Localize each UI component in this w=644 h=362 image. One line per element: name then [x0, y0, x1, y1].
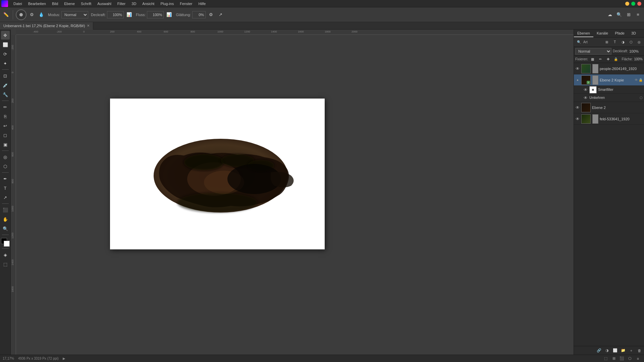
tool-sep-5 [2, 203, 9, 204]
tab-pfade[interactable]: Pfade [611, 29, 628, 37]
shape-tool[interactable]: ⬛ [1, 205, 10, 214]
modus-select[interactable]: Normal [61, 11, 88, 18]
layer-kind-icon[interactable]: ⊞ [603, 39, 610, 46]
fluss-input[interactable] [147, 11, 164, 18]
search-icon[interactable]: 🔍 [615, 11, 623, 19]
lock-all-icon[interactable]: 🔒 [613, 56, 619, 63]
brush-tool-icon[interactable]: ✏️ [2, 11, 10, 19]
brush-settings-icon[interactable]: ⚙ [28, 11, 36, 19]
history-brush-tool[interactable]: ↩ [1, 121, 10, 130]
pressure-flow-icon[interactable]: 📊 [165, 11, 173, 19]
tab-3d[interactable]: 3D [628, 29, 639, 37]
status-icon-1[interactable]: ⬚ [602, 356, 609, 362]
layer-text-icon[interactable]: T [611, 39, 619, 46]
arrange-icon[interactable]: ⊞ [625, 11, 633, 19]
menu-ebene[interactable]: Ebene [61, 1, 77, 6]
tab-ebenen[interactable]: Ebenen [574, 29, 593, 37]
menu-filter[interactable]: Filter [115, 1, 128, 6]
menu-schrift[interactable]: Schrift [78, 1, 94, 6]
crop-tool[interactable]: ⊡ [1, 71, 10, 80]
add-adjustment-icon[interactable]: ◑ [604, 348, 610, 354]
layer-smart-icon[interactable]: ⬡ [627, 39, 635, 46]
add-layer-icon[interactable]: + [628, 348, 635, 354]
layer-filter-toggle[interactable]: ◎ [635, 39, 643, 46]
deckraft-input[interactable] [107, 11, 124, 18]
blend-mode-select[interactable]: Normal [575, 48, 611, 55]
menu-auswahl[interactable]: Auswahl [95, 1, 114, 6]
layer-row-sublayer[interactable]: 👁 Umkehren ⬡ [574, 94, 644, 102]
layer-visibility-icon[interactable]: 👁 [575, 117, 580, 121]
sublayer-visibility-icon[interactable]: 👁 [583, 96, 588, 100]
selection-tool[interactable]: ⬜ [1, 40, 10, 49]
window-minimize[interactable] [625, 2, 629, 6]
tab-close-icon[interactable]: ✕ [87, 24, 90, 27]
link-layers-icon[interactable]: 🔗 [596, 348, 602, 354]
layer-row[interactable]: 👁 feld-533641_1920 [574, 113, 644, 125]
airbrush-icon[interactable]: 💧 [37, 11, 45, 19]
menu-fenster[interactable]: Fenster [177, 1, 195, 6]
right-panel: Ebenen Kanäle Pfade 3D 🔍 Art ⊞ T ◑ ⬡ ◎ N… [574, 29, 644, 355]
add-mask-icon[interactable]: ⬜ [612, 348, 619, 354]
path-select-tool[interactable]: ↗ [1, 193, 10, 202]
layer-row[interactable]: ● S Ebene 2 Kopie 👁 🔒 [574, 74, 644, 86]
delete-layer-icon[interactable]: 🗑 [636, 348, 643, 354]
window-maximize[interactable] [631, 2, 635, 6]
glaettung-input[interactable] [192, 11, 206, 18]
eraser-tool[interactable]: ◻ [1, 131, 10, 139]
more-icon[interactable]: ≡ [634, 11, 642, 19]
fluss-label: Fluss: [136, 13, 146, 17]
pressure-opacity-icon[interactable]: 📊 [125, 11, 133, 19]
move-tool[interactable]: ✥ [1, 31, 10, 40]
magic-wand-tool[interactable]: ✦ [1, 59, 10, 68]
lock-transparent-icon[interactable]: ▩ [589, 56, 596, 63]
menu-plugins[interactable]: Plug-ins [158, 1, 176, 6]
layer-row[interactable]: 👁 people-2604149_1920 [574, 63, 644, 74]
menu-bearbeiten[interactable]: Bearbeiten [25, 1, 49, 6]
menu-3d[interactable]: 3D [129, 1, 139, 6]
brush-preset-icon[interactable] [16, 9, 26, 20]
quick-mask-tool[interactable]: ◈ [1, 250, 10, 259]
pen-tool[interactable]: ✒ [1, 174, 10, 183]
filter-layers-icon[interactable]: 🔍 [575, 39, 583, 46]
document-tab[interactable]: Unbenannt-1 bei 17,2% (Ebene 2 Kopie, RG… [0, 22, 93, 29]
lock-paint-icon[interactable]: ✏ [597, 56, 603, 63]
brush-tool[interactable]: ✏ [1, 103, 10, 111]
layer-visibility-icon[interactable]: 👁 [575, 105, 580, 110]
eyedropper-tool[interactable]: 💉 [1, 81, 10, 89]
hand-tool[interactable]: ✋ [1, 215, 10, 224]
sublayer-visibility-icon[interactable]: 👁 [583, 87, 588, 92]
layer-visibility-icon[interactable]: 👁 [575, 66, 580, 71]
dodge-tool[interactable]: ⬡ [1, 162, 10, 171]
layer-row-sublayer[interactable]: 👁 ▣ Smartfilter [574, 86, 644, 94]
menu-hilfe[interactable]: Hilfe [196, 1, 208, 6]
lock-move-icon[interactable]: ✥ [605, 56, 611, 63]
screen-mode-tool[interactable]: ⬚ [1, 260, 10, 268]
tab-kanaele[interactable]: Kanäle [593, 29, 611, 37]
status-icon-5[interactable]: ≡ [635, 356, 641, 362]
layer-eye-icon: 👁 [635, 78, 638, 82]
layer-row[interactable]: 👁 Ebene 2 [574, 102, 644, 113]
angle-icon[interactable]: ↗ [216, 11, 224, 19]
status-icon-2[interactable]: ⊞ [610, 356, 617, 362]
gradient-tool[interactable]: ▣ [1, 140, 10, 149]
window-close[interactable] [637, 2, 641, 6]
layer-adjust-icon[interactable]: ◑ [619, 39, 627, 46]
color-swatches[interactable] [1, 238, 10, 247]
layer-visibility-icon[interactable]: ● [575, 78, 580, 82]
cloud-icon[interactable]: ☁ [606, 11, 614, 19]
menu-datei[interactable]: Datei [11, 1, 25, 6]
clone-tool[interactable]: ⎘ [1, 112, 10, 121]
status-icon-3[interactable]: ⬛ [619, 356, 625, 362]
text-tool[interactable]: T [1, 184, 10, 192]
spot-heal-tool[interactable]: 🔧 [1, 90, 10, 99]
layers-toolbar: 🔍 Art ⊞ T ◑ ⬡ ◎ [574, 38, 644, 47]
menu-bild[interactable]: Bild [49, 1, 61, 6]
layers-footer: 🔗 ◑ ⬜ 📁 + 🗑 [574, 346, 644, 355]
blur-tool[interactable]: ◎ [1, 153, 10, 161]
zoom-tool[interactable]: 🔍 [1, 224, 10, 233]
menu-ansicht[interactable]: Ansicht [140, 1, 157, 6]
lasso-tool[interactable]: ⟳ [1, 50, 10, 58]
add-group-icon[interactable]: 📁 [620, 348, 627, 354]
smoothing-settings-icon[interactable]: ⚙ [207, 11, 215, 19]
status-icon-4[interactable]: ⬡ [627, 356, 633, 362]
